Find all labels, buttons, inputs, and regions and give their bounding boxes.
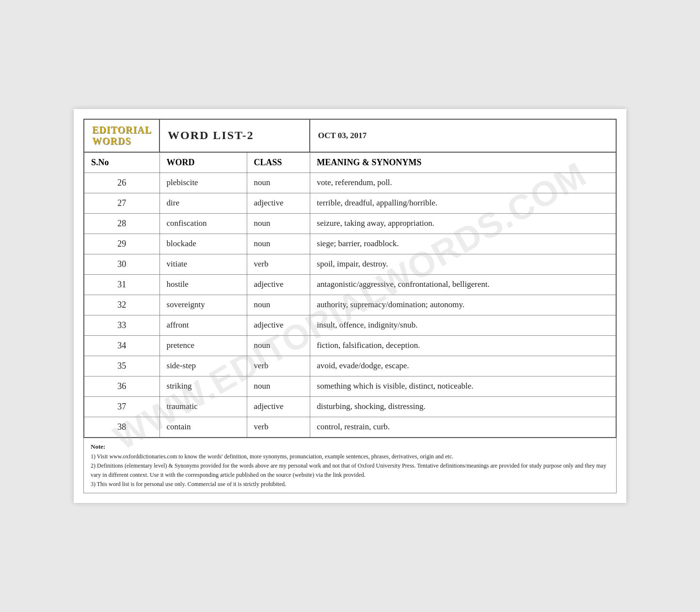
cell-class: noun bbox=[247, 234, 310, 254]
table-row: 26plebiscitenounvote, referendum, poll. bbox=[84, 173, 616, 193]
cell-word: pretence bbox=[159, 335, 247, 356]
cell-sno: 27 bbox=[84, 193, 159, 213]
cell-meaning: vote, referendum, poll. bbox=[310, 173, 616, 193]
title-cell: WORD LIST-2 bbox=[159, 119, 310, 152]
cell-word: vitiate bbox=[159, 254, 247, 274]
cell-word: sovereignty bbox=[159, 295, 247, 315]
table-row: 31hostileadjectiveantagonistic/aggressiv… bbox=[84, 274, 616, 295]
cell-class: adjective bbox=[247, 193, 310, 213]
table-row: 29blockadenounsiege; barrier, roadblock. bbox=[84, 234, 616, 254]
cell-meaning: avoid, evade/dodge, escape. bbox=[310, 356, 616, 376]
cell-meaning: disturbing, shocking, distressing. bbox=[310, 396, 616, 417]
table-row: 35side-stepverbavoid, evade/dodge, escap… bbox=[84, 356, 616, 376]
cell-word: dire bbox=[159, 193, 247, 213]
cell-meaning: spoil, impair, destroy. bbox=[310, 254, 616, 274]
cell-word: hostile bbox=[159, 274, 247, 295]
cell-class: noun bbox=[247, 213, 310, 234]
cell-word: confiscation bbox=[159, 213, 247, 234]
note-line-1: 1) Visit www.oxforddictionaries.com to k… bbox=[91, 453, 453, 460]
cell-meaning: authority, supremacy/domination; autonom… bbox=[310, 295, 616, 315]
table-row: 33affrontadjectiveinsult, offence, indig… bbox=[84, 315, 616, 335]
cell-sno: 34 bbox=[84, 335, 159, 356]
logo-cell: EDITORIAL WORDS bbox=[84, 119, 159, 152]
cell-word: plebiscite bbox=[159, 173, 247, 193]
cell-class: adjective bbox=[247, 274, 310, 295]
cell-meaning: siege; barrier, roadblock. bbox=[310, 234, 616, 254]
cell-sno: 26 bbox=[84, 173, 159, 193]
title-text: WORD LIST-2 bbox=[168, 129, 254, 141]
cell-meaning: something which is visible, distinct, no… bbox=[310, 376, 616, 396]
col-word: WORD bbox=[159, 152, 247, 173]
date-cell: OCT 03, 2017 bbox=[310, 119, 616, 152]
cell-meaning: fiction, falsification, deception. bbox=[310, 335, 616, 356]
cell-sno: 37 bbox=[84, 396, 159, 417]
cell-sno: 29 bbox=[84, 234, 159, 254]
logo-text: EDITORIAL WORDS bbox=[92, 125, 151, 146]
table-row: 32sovereigntynounauthority, supremacy/do… bbox=[84, 295, 616, 315]
cell-word: affront bbox=[159, 315, 247, 335]
table-row: 38containverbcontrol, restrain, curb. bbox=[84, 417, 616, 438]
cell-sno: 35 bbox=[84, 356, 159, 376]
cell-meaning: insult, offence, indignity/snub. bbox=[310, 315, 616, 335]
date-text: OCT 03, 2017 bbox=[318, 131, 366, 140]
table-row: 34pretencenounfiction, falsification, de… bbox=[84, 335, 616, 356]
cell-word: blockade bbox=[159, 234, 247, 254]
cell-sno: 38 bbox=[84, 417, 159, 438]
note-line-2: 2) Definitions (elementary level) & Syno… bbox=[91, 462, 606, 478]
table-row: 37traumaticadjectivedisturbing, shocking… bbox=[84, 396, 616, 417]
notes-title: Note: bbox=[91, 443, 105, 450]
cell-word: striking bbox=[159, 376, 247, 396]
cell-sno: 36 bbox=[84, 376, 159, 396]
column-header-row: S.No WORD CLASS MEANING & SYNONYMS bbox=[84, 152, 616, 173]
cell-class: verb bbox=[247, 254, 310, 274]
table-row: 27direadjectiveterrible, dreadful, appal… bbox=[84, 193, 616, 213]
col-meaning: MEANING & SYNONYMS bbox=[310, 152, 616, 173]
table-header-row: EDITORIAL WORDS WORD LIST-2 OCT 03, 2017 bbox=[84, 119, 616, 152]
cell-class: noun bbox=[247, 335, 310, 356]
cell-class: adjective bbox=[247, 396, 310, 417]
cell-class: verb bbox=[247, 356, 310, 376]
cell-sno: 28 bbox=[84, 213, 159, 234]
cell-class: verb bbox=[247, 417, 310, 438]
table-row: 36strikingnounsomething which is visible… bbox=[84, 376, 616, 396]
cell-meaning: antagonistic/aggressive, confrontational… bbox=[310, 274, 616, 295]
cell-class: noun bbox=[247, 295, 310, 315]
cell-word: side-step bbox=[159, 356, 247, 376]
notes-section: Note: 1) Visit www.oxforddictionaries.co… bbox=[83, 438, 617, 494]
word-list-table: EDITORIAL WORDS WORD LIST-2 OCT 03, 2017… bbox=[83, 119, 617, 438]
cell-class: adjective bbox=[247, 315, 310, 335]
table-row: 30vitiateverbspoil, impair, destroy. bbox=[84, 254, 616, 274]
cell-word: contain bbox=[159, 417, 247, 438]
note-line-3: 3) This word list is for personal use on… bbox=[91, 481, 286, 487]
page-container: WWW.EDITORIALWORDS.COM EDITORIAL WORDS W… bbox=[74, 109, 626, 503]
cell-sno: 30 bbox=[84, 254, 159, 274]
cell-sno: 31 bbox=[84, 274, 159, 295]
table-row: 28confiscationnounseizure, taking away, … bbox=[84, 213, 616, 234]
cell-meaning: terrible, dreadful, appalling/horrible. bbox=[310, 193, 616, 213]
cell-meaning: seizure, taking away, appropriation. bbox=[310, 213, 616, 234]
col-class: CLASS bbox=[247, 152, 310, 173]
cell-word: traumatic bbox=[159, 396, 247, 417]
cell-class: noun bbox=[247, 173, 310, 193]
cell-class: noun bbox=[247, 376, 310, 396]
cell-meaning: control, restrain, curb. bbox=[310, 417, 616, 438]
cell-sno: 33 bbox=[84, 315, 159, 335]
cell-sno: 32 bbox=[84, 295, 159, 315]
col-sno: S.No bbox=[84, 152, 159, 173]
